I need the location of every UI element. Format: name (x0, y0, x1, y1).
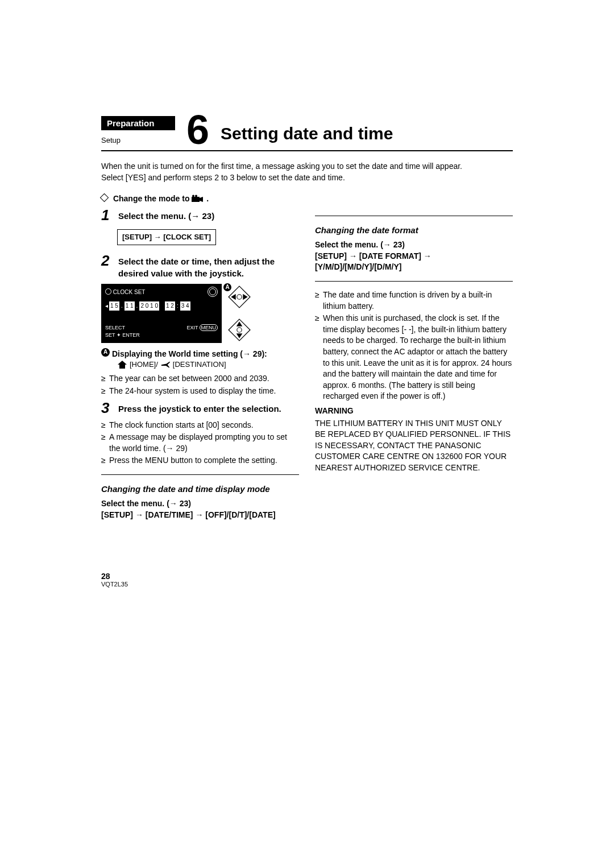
datetime-mode-line1: Select the menu. (→ 23) (101, 498, 299, 510)
divider-right-2 (315, 281, 513, 282)
menu-path-clock-set: [SETUP] → [CLOCK SET] (117, 229, 216, 245)
joystick-hints (227, 285, 251, 342)
bullet-clock-00: The clock function starts at [00] second… (101, 420, 299, 431)
svg-point-2 (195, 195, 197, 197)
clock-set-title-text: CLOCK SET (105, 288, 145, 296)
home-text: [HOME]/ (130, 359, 158, 370)
svg-marker-9 (237, 321, 243, 326)
callout-letter-inline-a: A (101, 348, 110, 357)
svg-marker-3 (200, 197, 203, 202)
world-time-indicator: A (208, 287, 218, 297)
left-bullets-1: The year can be set between 2000 and 203… (101, 373, 299, 396)
page-header: Preparation Setup 6 Setting date and tim… (101, 114, 513, 144)
step-3: 3 Press the joystick to enter the select… (101, 400, 299, 415)
right-column: Changing the date format Select the menu… (315, 208, 513, 520)
dateformat-line1: Select the menu. (→ 23) (315, 239, 513, 251)
home-destination-line: [HOME]/ [DESTINATION] (117, 359, 299, 370)
change-mode-line: Change the mode to . (101, 193, 513, 203)
bullet-world-time-prompt: A message may be displayed prompting you… (101, 432, 299, 454)
cell-minute: 3 4 (180, 301, 190, 311)
joystick-up-down-icon (227, 318, 251, 342)
two-column-layout: 1 Select the menu. (→ 23) [SETUP] → [CLO… (101, 208, 513, 520)
svg-marker-10 (237, 333, 243, 338)
step-1-number: 1 (101, 208, 114, 222)
step-3-number: 3 (101, 400, 114, 415)
period: . (206, 194, 209, 203)
change-mode-text: Change the mode to (113, 194, 192, 203)
svg-rect-0 (192, 197, 200, 202)
step-2: 2 Select the date or time, then adjust t… (101, 253, 299, 279)
airplane-icon (160, 360, 171, 369)
world-time-setting-text: Displaying the World time setting (→ 29)… (112, 349, 267, 360)
datetime-mode-line2: [SETUP] → [DATE/TIME] → [OFF]/[D/T]/[DAT… (101, 510, 299, 521)
step-1: 1 Select the menu. (→ 23) (101, 208, 299, 222)
cell-year: 2 0 1 0 (139, 301, 159, 311)
setup-label: Setup (101, 136, 175, 144)
step-3-text: Press the joystick to enter the selectio… (118, 400, 281, 415)
after-step3-bullets: The clock function starts at [00] second… (101, 420, 299, 466)
chapter-number: 6 (186, 114, 209, 147)
bullet-press-menu: Press the MENU button to complete the se… (101, 455, 299, 466)
step-2-text: Select the date or time, then adjust the… (118, 253, 299, 279)
svg-point-11 (237, 328, 242, 332)
dateformat-heading: Changing the date format (315, 224, 513, 236)
svg-marker-5 (231, 294, 235, 300)
bullet-recharge-info: When this unit is purchased, the clock i… (315, 313, 513, 402)
left-column: 1 Select the menu. (→ 23) [SETUP] → [CLO… (101, 208, 299, 520)
bullet-year-range: The year can be set between 2000 and 203… (101, 373, 299, 385)
page-title: Setting date and time (221, 124, 393, 143)
home-icon (117, 360, 127, 369)
warning-heading: WARNING (315, 406, 513, 417)
clock-set-titlebar: CLOCK SET A (102, 284, 221, 299)
divider-right-1 (315, 216, 513, 216)
step-2-number: 2 (101, 253, 114, 268)
cell-hour: 1 2 (165, 301, 175, 311)
callout-letter-a: A (223, 283, 231, 291)
svg-point-7 (237, 295, 242, 299)
video-mode-icon (192, 195, 204, 202)
bullet-24h: The 24-hour system is used to display th… (101, 386, 299, 397)
datetime-mode-heading: Changing the date and time display mode (101, 483, 299, 495)
callout-a: A (223, 283, 231, 291)
clock-set-figure: CLOCK SET A ◂ 1 5 . 1 1 (101, 284, 299, 342)
world-time-setting-label: A Displaying the World time setting (→ 2… (101, 349, 299, 360)
manual-page: Preparation Setup 6 Setting date and tim… (0, 0, 614, 622)
divider-left-1 (101, 474, 299, 475)
date-time-cells: ◂ 1 5 . 1 1 . 2 0 1 0 1 2 : 3 4 (102, 299, 221, 313)
select-set-enter: SELECT SET ✦ ENTER (105, 324, 140, 338)
header-rule (101, 150, 513, 151)
cell-month: 1 1 (125, 301, 135, 311)
svg-marker-12 (118, 361, 127, 369)
svg-marker-6 (243, 294, 247, 300)
cell-day: 1 5 (109, 301, 119, 311)
bullet-lithium-driven: The date and time function is driven by … (315, 290, 513, 312)
page-footer: 28 VQT2L35 (101, 572, 513, 588)
preparation-badge: Preparation (101, 116, 175, 130)
document-id: VQT2L35 (101, 581, 513, 588)
dateformat-line2: [SETUP] → [DATE FORMAT] → [Y/M/D]/[M/D/Y… (315, 251, 513, 273)
intro-line-1: When the unit is turned on for the first… (101, 160, 513, 172)
warning-text: THE LITHIUM BATTERY IN THIS UNIT MUST ON… (315, 418, 513, 474)
right-bullets: The date and time function is driven by … (315, 290, 513, 402)
exit-menu: EXITMENU (186, 324, 218, 338)
page-number: 28 (101, 572, 513, 581)
svg-point-1 (192, 195, 194, 197)
section-labels: Preparation Setup (101, 116, 175, 144)
intro-line-2: Select [YES] and perform steps 2 to 3 be… (101, 172, 513, 183)
globe-icon (208, 287, 218, 297)
clock-set-screen: CLOCK SET A ◂ 1 5 . 1 1 (101, 284, 222, 342)
clock-set-footer: SELECT SET ✦ ENTER EXITMENU (102, 323, 221, 342)
step-1-text: Select the menu. (→ 23) (118, 208, 214, 222)
intro-text: When the unit is turned on for the first… (101, 160, 513, 184)
destination-text: [DESTINATION] (173, 359, 226, 370)
